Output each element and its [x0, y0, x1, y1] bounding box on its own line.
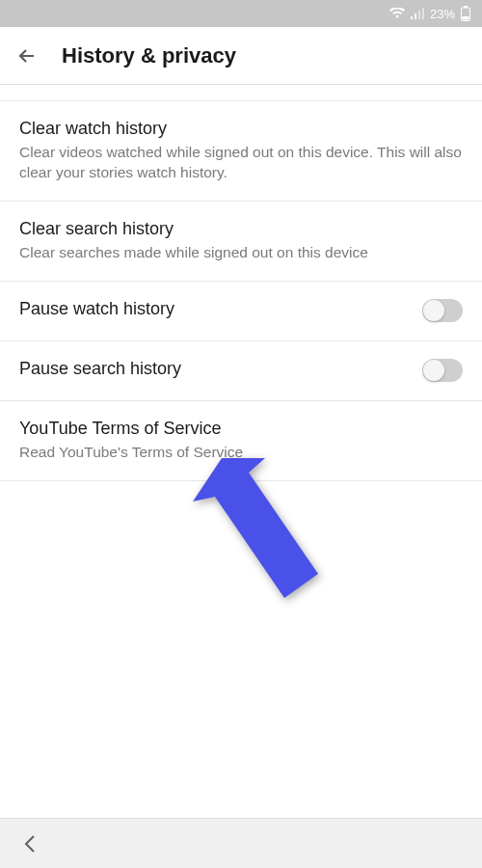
- status-bar: 23%: [0, 0, 482, 27]
- signal-icon: [411, 8, 424, 19]
- svg-rect-1: [415, 14, 416, 19]
- clear-watch-history-item[interactable]: Clear watch history Clear videos watched…: [0, 100, 482, 202]
- item-title: Clear watch history: [19, 119, 463, 139]
- svg-rect-2: [418, 11, 420, 19]
- pause-search-history-toggle[interactable]: [422, 359, 463, 382]
- app-header: History & privacy: [0, 27, 482, 85]
- item-title: Clear search history: [19, 219, 463, 239]
- item-subtitle: Read YouTube's Terms of Service: [19, 443, 463, 463]
- bottom-nav-bar: [0, 818, 482, 868]
- clear-search-history-item[interactable]: Clear search history Clear searches made…: [0, 202, 482, 282]
- pause-search-history-item[interactable]: Pause search history: [0, 341, 482, 401]
- item-title: Pause search history: [19, 359, 422, 379]
- settings-list: Clear watch history Clear videos watched…: [0, 100, 482, 481]
- item-title: YouTube Terms of Service: [19, 419, 463, 439]
- battery-icon: [461, 6, 470, 21]
- svg-rect-3: [422, 8, 424, 19]
- item-subtitle: Clear searches made while signed out on …: [19, 243, 463, 263]
- back-button[interactable]: [15, 44, 39, 68]
- wifi-icon: [389, 8, 405, 19]
- pause-watch-history-item[interactable]: Pause watch history: [0, 282, 482, 341]
- terms-of-service-item[interactable]: YouTube Terms of Service Read YouTube's …: [0, 401, 482, 481]
- page-title: History & privacy: [62, 43, 236, 68]
- system-back-button[interactable]: [23, 834, 42, 854]
- svg-rect-5: [464, 6, 468, 8]
- pause-watch-history-toggle[interactable]: [422, 299, 463, 322]
- battery-percentage: 23%: [430, 7, 455, 21]
- item-subtitle: Clear videos watched while signed out on…: [19, 143, 463, 183]
- svg-rect-6: [463, 16, 469, 20]
- svg-rect-0: [411, 16, 413, 19]
- item-title: Pause watch history: [19, 299, 422, 319]
